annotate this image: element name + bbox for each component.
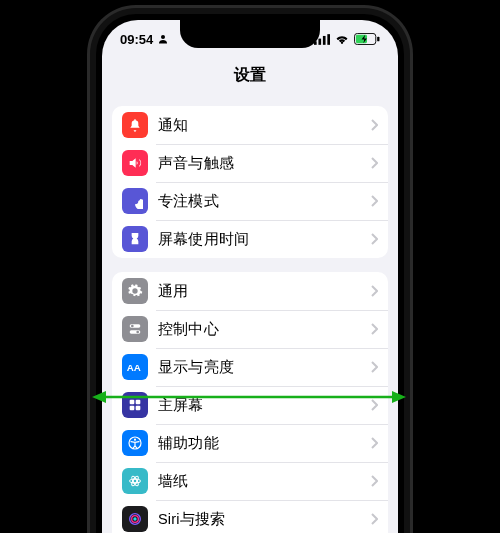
row-label: 专注模式: [158, 192, 370, 211]
row-general[interactable]: 通用: [112, 272, 388, 310]
svg-rect-2: [318, 38, 321, 44]
row-label: 墙纸: [158, 472, 370, 491]
homescreen-icon: [122, 392, 148, 418]
row-label: Siri与搜索: [158, 510, 370, 529]
svg-point-10: [131, 325, 134, 328]
row-homescreen[interactable]: 主屏幕: [112, 386, 388, 424]
chevron-right-icon: [370, 119, 378, 131]
svg-rect-13: [130, 400, 135, 405]
chevron-right-icon: [370, 475, 378, 487]
wallpaper-icon: [122, 468, 148, 494]
battery-icon: [354, 33, 380, 45]
chevron-right-icon: [370, 513, 378, 525]
notch: [180, 20, 320, 48]
chevron-right-icon: [370, 437, 378, 449]
svg-rect-16: [136, 406, 141, 411]
chevron-right-icon: [370, 399, 378, 411]
person-icon: [157, 33, 169, 45]
chevron-right-icon: [370, 323, 378, 335]
svg-point-18: [134, 439, 136, 441]
row-label: 控制中心: [158, 320, 370, 339]
row-wallpaper[interactable]: 墙纸: [112, 462, 388, 500]
settings-group: 通知 声音与触感: [112, 106, 388, 258]
svg-rect-7: [377, 37, 379, 42]
phone-frame: 09:54 设置: [90, 8, 410, 533]
row-label: 屏幕使用时间: [158, 230, 370, 249]
row-label: 主屏幕: [158, 396, 370, 415]
screentime-icon: [122, 226, 148, 252]
wifi-icon: [334, 34, 350, 45]
general-icon: [122, 278, 148, 304]
row-accessibility[interactable]: 辅助功能: [112, 424, 388, 462]
accessibility-icon: [122, 430, 148, 456]
focus-icon: [122, 188, 148, 214]
row-label: 声音与触感: [158, 154, 370, 173]
row-display[interactable]: AA 显示与亮度: [112, 348, 388, 386]
controlcenter-icon: [122, 316, 148, 342]
svg-rect-3: [323, 35, 326, 44]
row-label: 通用: [158, 282, 370, 301]
row-siri[interactable]: Siri与搜索: [112, 500, 388, 533]
page-title: 设置: [234, 65, 266, 86]
row-label: 辅助功能: [158, 434, 370, 453]
chevron-right-icon: [370, 361, 378, 373]
row-controlcenter[interactable]: 控制中心: [112, 310, 388, 348]
svg-rect-14: [136, 400, 141, 405]
chevron-right-icon: [370, 157, 378, 169]
chevron-right-icon: [370, 195, 378, 207]
row-label: 通知: [158, 116, 370, 135]
svg-point-0: [161, 35, 165, 39]
notifications-icon: [122, 112, 148, 138]
svg-point-20: [130, 479, 141, 483]
row-focus[interactable]: 专注模式: [112, 182, 388, 220]
navbar: 设置: [102, 58, 398, 92]
row-sounds[interactable]: 声音与触感: [112, 144, 388, 182]
status-time: 09:54: [120, 32, 153, 47]
phone-screen: 09:54 设置: [102, 20, 398, 533]
row-notifications[interactable]: 通知: [112, 106, 388, 144]
row-label: 显示与亮度: [158, 358, 370, 377]
chevron-right-icon: [370, 233, 378, 245]
svg-point-11: [136, 331, 139, 334]
settings-group: 通用 控制中心 AA: [112, 272, 388, 533]
svg-point-25: [133, 517, 136, 520]
siri-icon: [122, 506, 148, 532]
svg-text:AA: AA: [127, 362, 141, 373]
svg-rect-15: [130, 406, 135, 411]
sounds-icon: [122, 150, 148, 176]
settings-list[interactable]: 通知 声音与触感: [102, 106, 398, 533]
svg-rect-4: [327, 34, 330, 45]
chevron-right-icon: [370, 285, 378, 297]
row-screentime[interactable]: 屏幕使用时间: [112, 220, 388, 258]
display-icon: AA: [122, 354, 148, 380]
